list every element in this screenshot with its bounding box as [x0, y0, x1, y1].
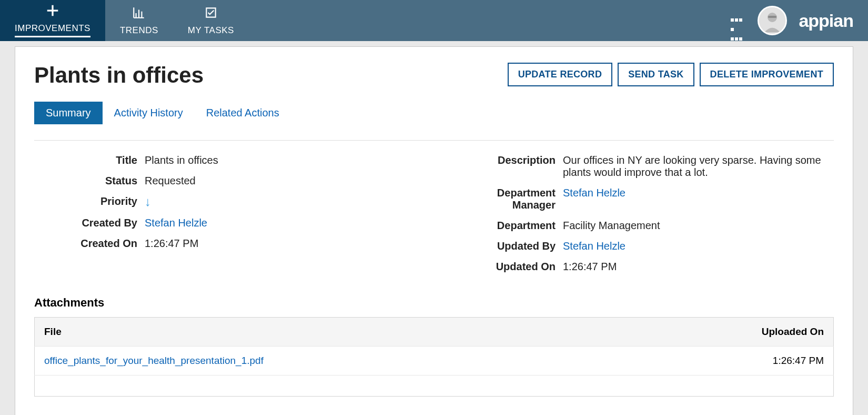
field-created-by: Created By Stefan Helzle	[34, 217, 416, 229]
field-created-on: Created On 1:26:47 PM	[34, 238, 416, 250]
field-value: Facility Management	[563, 220, 834, 232]
field-label: Updated On	[452, 261, 563, 273]
record-card: Plants in offices UPDATE RECORD SEND TAS…	[15, 46, 853, 415]
record-tabs: Summary Activity History Related Actions	[34, 102, 834, 124]
col-file: File	[35, 318, 631, 347]
nav-item-improvements[interactable]: IMPROVEMENTS	[0, 0, 105, 41]
field-label: Department Manager	[452, 187, 563, 211]
record-header-row: Plants in offices UPDATE RECORD SEND TAS…	[34, 63, 834, 88]
fields-left-column: Title Plants in offices Status Requested…	[34, 154, 416, 281]
attachments-table: File Uploaded On office_plants_for_your_…	[34, 317, 834, 397]
attachment-uploaded-on: 1:26:47 PM	[630, 347, 834, 376]
field-department-manager: Department Manager Stefan Helzle	[452, 187, 834, 211]
updated-by-link[interactable]: Stefan Helzle	[563, 240, 834, 252]
page-title: Plants in offices	[34, 63, 204, 88]
svg-rect-2	[768, 16, 776, 18]
table-empty-row	[35, 376, 834, 397]
field-priority: Priority ↓	[34, 195, 416, 209]
bar-chart-icon	[132, 6, 146, 22]
check-box-icon	[204, 6, 218, 22]
nav-label: MY TASKS	[188, 25, 234, 36]
topbar-right: appian	[730, 0, 868, 41]
field-value: ↓	[145, 195, 416, 209]
action-buttons: UPDATE RECORD SEND TASK DELETE IMPROVEME…	[508, 63, 834, 86]
field-value: Plants in offices	[145, 154, 416, 166]
attachment-file-link[interactable]: office_plants_for_your_health_presentati…	[35, 347, 631, 376]
field-label: Created On	[34, 238, 145, 250]
field-status: Status Requested	[34, 175, 416, 187]
department-manager-link[interactable]: Stefan Helzle	[563, 187, 834, 199]
attachments-heading: Attachments	[34, 296, 834, 310]
tab-summary[interactable]: Summary	[34, 102, 103, 124]
top-navbar: IMPROVEMENTS TRENDS MY TASKS	[0, 0, 868, 41]
send-task-button[interactable]: SEND TASK	[618, 63, 694, 86]
arrow-down-icon: ↓	[145, 194, 151, 209]
apps-grid-icon[interactable]	[730, 15, 746, 26]
tab-activity-history[interactable]: Activity History	[103, 102, 195, 124]
field-label: Title	[34, 154, 145, 166]
col-uploaded-on: Uploaded On	[630, 318, 834, 347]
delete-improvement-button[interactable]: DELETE IMPROVEMENT	[700, 63, 834, 86]
divider	[34, 140, 834, 141]
table-header-row: File Uploaded On	[35, 318, 834, 347]
field-value: 1:26:47 PM	[145, 238, 416, 250]
field-label: Status	[34, 175, 145, 187]
field-label: Created By	[34, 217, 145, 229]
field-label: Updated By	[452, 240, 563, 252]
brand-logo: appian	[799, 11, 853, 31]
update-record-button[interactable]: UPDATE RECORD	[508, 63, 613, 86]
field-value: Our offices in NY are looking very spars…	[563, 154, 834, 179]
plus-icon	[46, 4, 59, 20]
fields-right-column: Description Our offices in NY are lookin…	[452, 154, 834, 281]
field-label: Department	[452, 220, 563, 232]
field-value: Requested	[145, 175, 416, 187]
field-value: 1:26:47 PM	[563, 261, 834, 273]
nav-items: IMPROVEMENTS TRENDS MY TASKS	[0, 0, 249, 41]
field-label: Description	[452, 154, 563, 166]
field-department: Department Facility Management	[452, 220, 834, 232]
nav-item-trends[interactable]: TRENDS	[105, 0, 173, 41]
created-by-link[interactable]: Stefan Helzle	[145, 217, 416, 229]
table-row: office_plants_for_your_health_presentati…	[35, 347, 834, 376]
nav-active-underline	[15, 36, 90, 37]
nav-label: TRENDS	[120, 25, 158, 36]
field-description: Description Our offices in NY are lookin…	[452, 154, 834, 179]
field-label: Priority	[34, 195, 145, 208]
tab-related-actions[interactable]: Related Actions	[195, 102, 291, 124]
field-updated-on: Updated On 1:26:47 PM	[452, 261, 834, 273]
nav-label: IMPROVEMENTS	[15, 23, 90, 34]
record-fields: Title Plants in offices Status Requested…	[34, 154, 834, 281]
user-avatar[interactable]	[758, 6, 787, 35]
field-updated-by: Updated By Stefan Helzle	[452, 240, 834, 252]
nav-item-my-tasks[interactable]: MY TASKS	[173, 0, 249, 41]
page-wrap: Plants in offices UPDATE RECORD SEND TAS…	[0, 41, 868, 415]
field-title: Title Plants in offices	[34, 154, 416, 166]
